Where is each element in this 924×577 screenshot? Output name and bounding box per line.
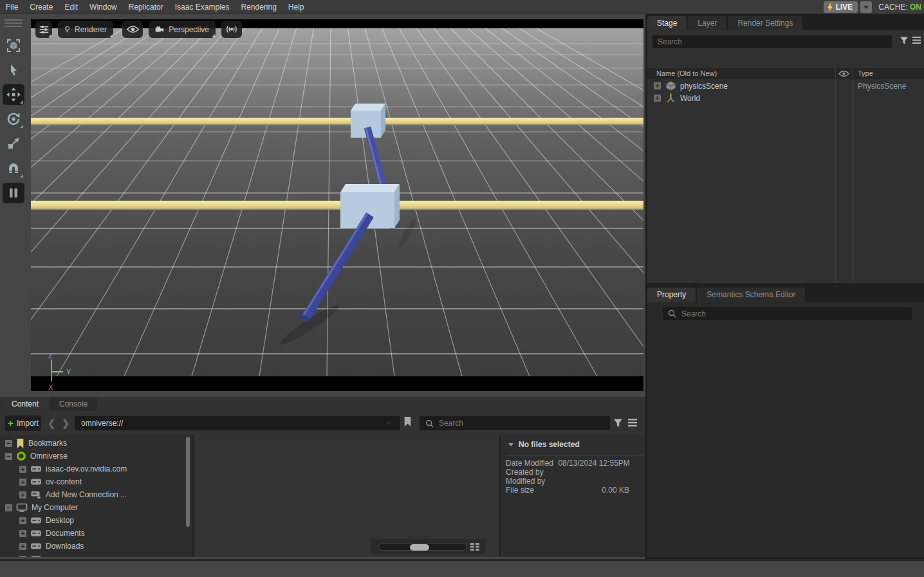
path-dropdown-icon[interactable] — [386, 422, 391, 425]
waypoint-audio-button[interactable] — [221, 21, 242, 38]
details-collapse-header[interactable]: No files selected — [508, 440, 580, 449]
tab-content[interactable]: Content — [2, 397, 48, 411]
menu-create[interactable]: Create — [24, 0, 59, 14]
rotate-tool-button[interactable] — [3, 109, 24, 129]
tab-console[interactable]: Console — [50, 397, 97, 411]
import-button[interactable]: + Import — [5, 416, 41, 431]
tree-item-my-computer[interactable]: − My Computer — [5, 501, 78, 514]
expand-icon[interactable]: + — [19, 530, 26, 537]
pause-button[interactable] — [3, 183, 24, 203]
expand-icon[interactable]: + — [19, 517, 26, 524]
column-type[interactable]: Type — [858, 69, 873, 77]
tree-item-downloads[interactable]: + Downloads — [19, 540, 84, 553]
expand-icon[interactable]: + — [19, 466, 26, 473]
expand-icon[interactable]: + — [19, 491, 26, 499]
tab-semantics-schema-editor[interactable]: Semantics Schema Editor — [697, 288, 805, 302]
tree-item-label: Downloads — [46, 542, 84, 551]
tree-item-ov-content[interactable]: + ov-content — [19, 475, 82, 488]
content-search-box — [420, 416, 610, 430]
content-options-button[interactable] — [627, 418, 638, 427]
viewport-settings-button[interactable] — [35, 21, 52, 38]
path-input[interactable] — [75, 419, 400, 428]
stage-filter-button[interactable] — [900, 36, 909, 45]
menu-replicator[interactable]: Replicator — [123, 0, 169, 14]
path-bar — [75, 416, 400, 430]
menu-file[interactable]: File — [0, 0, 24, 14]
file-listing-pane[interactable] — [196, 435, 501, 557]
snap-tool-button[interactable] — [3, 158, 24, 179]
detail-created-by: Created by — [506, 468, 643, 477]
select-tool-button[interactable] — [3, 60, 24, 80]
visibility-menu-button[interactable] — [122, 21, 143, 38]
renderer-menu-button[interactable]: Renderer — [58, 21, 113, 38]
menu-edit[interactable]: Edit — [59, 0, 84, 14]
property-search-input[interactable] — [676, 309, 912, 318]
zoom-slider[interactable] — [378, 543, 467, 551]
bookmark-button[interactable] — [403, 416, 412, 427]
expand-icon[interactable]: + — [19, 543, 26, 550]
collapse-icon[interactable]: − — [5, 440, 12, 447]
toolbar-grip-icon[interactable] — [5, 19, 23, 27]
tree-item-bookmarks[interactable]: − Bookmarks — [5, 437, 67, 450]
content-search-input[interactable] — [434, 419, 610, 428]
tree-item-clipped[interactable]: − — [19, 553, 42, 557]
import-label: Import — [17, 419, 39, 428]
content-toolbar: + Import ❮ ❯ — [0, 411, 645, 435]
content-browser-body: − Bookmarks − Omniverse + isaac-dev.ov.n… — [0, 435, 645, 557]
menu-window[interactable]: Window — [84, 0, 123, 14]
stage-options-button[interactable] — [912, 36, 921, 44]
tree-item-label: isaac-dev.ov.nvidia.com — [46, 464, 127, 473]
collapse-icon[interactable]: − — [5, 504, 12, 511]
forward-button[interactable]: ❯ — [59, 417, 72, 430]
collapse-icon[interactable]: − — [5, 453, 12, 460]
camera-icon — [155, 25, 164, 33]
content-filter-button[interactable] — [613, 418, 623, 428]
xform-axis-icon — [665, 93, 676, 104]
tab-layer[interactable]: Layer — [688, 16, 726, 30]
stage-row-physics-scene[interactable]: + physicsScene PhysicsScene — [647, 80, 924, 92]
menu-isaac-examples[interactable]: Isaac Examples — [169, 0, 236, 14]
stage-row-world[interactable]: + World — [647, 92, 924, 104]
column-name[interactable]: Name (Old to New) — [656, 69, 717, 77]
menu-rendering[interactable]: Rendering — [235, 0, 282, 14]
camera-label: Perspective — [169, 25, 209, 34]
stage-search-input[interactable] — [652, 37, 892, 46]
field-label: Date Modified — [506, 459, 553, 468]
live-button[interactable]: LIVE — [824, 1, 858, 13]
grid-view-icon[interactable] — [470, 542, 480, 551]
hamburger-icon — [627, 418, 638, 427]
tab-property[interactable]: Property — [647, 288, 696, 302]
tree-item-documents[interactable]: + Documents — [19, 527, 85, 540]
expand-icon[interactable]: + — [654, 95, 661, 102]
cursor-icon — [6, 63, 21, 77]
scale-tool-button[interactable] — [3, 133, 24, 154]
menu-help[interactable]: Help — [282, 0, 310, 14]
selection-mode-button[interactable] — [3, 35, 24, 56]
tab-stage[interactable]: Stage — [647, 16, 687, 30]
tree-item-add-new-connection[interactable]: + Add New Connection ... — [19, 488, 127, 501]
zoom-slider-handle[interactable] — [410, 544, 429, 551]
live-dropdown-button[interactable] — [860, 1, 872, 13]
viewport-scene[interactable]: Z Y X — [31, 19, 643, 391]
tab-render-settings[interactable]: Render Settings — [728, 16, 802, 30]
omniverse-icon — [16, 451, 26, 461]
plus-icon: + — [8, 419, 14, 428]
expand-icon[interactable]: − — [19, 556, 26, 558]
tree-item-desktop[interactable]: + Desktop — [19, 514, 74, 527]
expand-icon[interactable]: + — [654, 82, 661, 89]
back-button[interactable]: ❮ — [45, 417, 58, 430]
menu-bar: File Create Edit Window Replicator Isaac… — [0, 0, 924, 14]
broadcast-icon — [225, 25, 238, 33]
camera-menu-button[interactable]: Perspective — [149, 21, 216, 38]
expand-icon[interactable]: + — [19, 479, 26, 486]
viewport: Z Y X Renderer Perspective — [31, 19, 643, 391]
tree-item-label: My Computer — [32, 503, 78, 512]
tree-scrollbar[interactable] — [186, 437, 190, 527]
content-tree-pane: − Bookmarks − Omniverse + isaac-dev.ov.n… — [0, 435, 194, 557]
tree-item-label: Add New Connection ... — [46, 490, 127, 499]
tree-item-isaac-dev[interactable]: + isaac-dev.ov.nvidia.com — [19, 463, 127, 475]
visibility-column-icon[interactable] — [838, 70, 849, 77]
tree-item-omniverse[interactable]: − Omniverse — [5, 450, 68, 463]
move-tool-button[interactable] — [3, 84, 24, 105]
field-label: File size — [506, 486, 534, 495]
